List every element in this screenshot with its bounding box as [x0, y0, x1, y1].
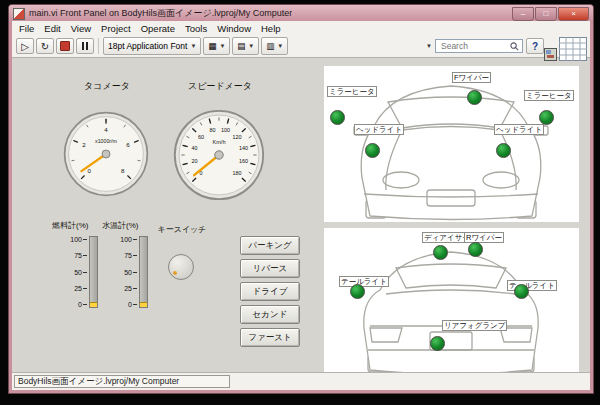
- run-button[interactable]: ▷: [16, 38, 34, 54]
- labview-front-panel-window: main.vi Front Panel on BodyHils画面イメージ.lv…: [8, 4, 594, 394]
- pause-icon: [82, 42, 88, 50]
- close-button[interactable]: ×: [558, 7, 589, 21]
- first-button[interactable]: ファースト: [240, 328, 300, 347]
- key-switch-label: キースイッチ: [152, 224, 212, 235]
- svg-text:20: 20: [191, 158, 197, 164]
- led-label: Rワイパー: [464, 232, 504, 243]
- svg-text:140: 140: [239, 145, 248, 151]
- led-label: ミラーヒータ: [524, 90, 574, 101]
- abort-icon: [60, 41, 70, 51]
- rear-wiper-led: [468, 242, 483, 257]
- toolbar-separator: [98, 38, 99, 54]
- chevron-down-icon: ▼: [277, 43, 283, 49]
- svg-text:40: 40: [191, 145, 197, 151]
- svg-text:100: 100: [221, 127, 230, 133]
- fuel-gauge-fill: [90, 302, 97, 307]
- fuel-gauge-slider[interactable]: 燃料計(%) 1007550250: [52, 220, 98, 308]
- svg-text:0: 0: [87, 167, 91, 174]
- toolbar: ▷ ↻ 18pt Application Font ▼ ▦ ▼ ▤ ▼ ▥ ▼: [12, 35, 590, 58]
- menu-help[interactable]: Help: [256, 23, 286, 34]
- pause-button[interactable]: [76, 38, 94, 54]
- abort-button[interactable]: [56, 38, 74, 54]
- chevron-down-icon: ▼: [219, 43, 225, 49]
- taillight-right-led: [514, 284, 529, 299]
- svg-text:120: 120: [232, 134, 241, 140]
- car-front-view-box: ミラーヒータ Fワイパー ミラーヒータ ヘッドライト ヘッドライト: [324, 66, 579, 222]
- led-label: テールライト: [339, 276, 389, 287]
- search-field[interactable]: [435, 39, 523, 53]
- fuel-gauge-track[interactable]: [89, 236, 98, 308]
- align-objects-icon: ▦: [208, 41, 216, 51]
- run-continuous-button[interactable]: ↻: [36, 38, 54, 54]
- search-input[interactable]: [439, 40, 510, 52]
- svg-text:180: 180: [232, 170, 241, 176]
- led-label: ヘッドライト: [354, 124, 404, 135]
- menu-edit[interactable]: Edit: [39, 23, 65, 34]
- headlight-left-led: [365, 143, 380, 158]
- distribute-objects-dropdown[interactable]: ▤ ▼: [232, 37, 259, 55]
- maximize-button[interactable]: □: [535, 7, 557, 21]
- menu-file[interactable]: File: [14, 23, 39, 34]
- vi-window-icon: [13, 8, 25, 20]
- resize-objects-icon: ▥: [266, 41, 274, 51]
- run-icon: ▷: [21, 41, 29, 52]
- chevron-down-icon: ▼: [248, 43, 254, 49]
- led-label: ヘッドライト: [494, 124, 544, 135]
- parking-button[interactable]: パーキング: [240, 236, 300, 255]
- fuel-gauge-scale: 1007550250: [52, 236, 87, 308]
- title-bar[interactable]: main.vi Front Panel on BodyHils画面イメージ.lv…: [9, 5, 593, 21]
- menu-project[interactable]: Project: [96, 23, 136, 34]
- second-button[interactable]: セカンド: [240, 305, 300, 324]
- front-wiper-led: [467, 90, 482, 105]
- menu-operate[interactable]: Operate: [136, 23, 180, 34]
- taillight-left-led: [350, 284, 365, 299]
- resize-objects-dropdown[interactable]: ▥ ▼: [261, 37, 288, 55]
- search-icon: [510, 42, 519, 51]
- window-title: main.vi Front Panel on BodyHils画面イメージ.lv…: [29, 7, 292, 20]
- led-label: リアフォグランプ: [442, 320, 507, 331]
- distribute-objects-icon: ▤: [237, 41, 245, 51]
- key-switch-knob[interactable]: [168, 254, 194, 280]
- deicer-led: [433, 245, 448, 260]
- font-selector-dropdown[interactable]: 18pt Application Font ▼: [103, 37, 201, 55]
- rear-fog-lamp-led: [430, 336, 445, 351]
- svg-text:60: 60: [198, 134, 204, 140]
- car-rear-outline: [324, 228, 579, 372]
- knob-indicator-dot: [173, 271, 177, 275]
- status-bar: BodyHils画面イメージ.lvproj/My Computer: [12, 372, 590, 390]
- led-label: ミラーヒータ: [327, 86, 377, 97]
- font-selector-label: 18pt Application Font: [108, 41, 187, 51]
- temp-gauge-track[interactable]: [139, 236, 148, 308]
- svg-text:8: 8: [121, 167, 125, 174]
- headlight-right-led: [496, 143, 511, 158]
- temp-gauge-slider[interactable]: 水温計(%) 1007550250: [102, 220, 148, 308]
- search-history-arrow[interactable]: ▼: [426, 43, 432, 49]
- mirror-heater-left-led: [330, 110, 345, 125]
- minimize-button[interactable]: –: [512, 7, 534, 21]
- speedometer-label: スピードメータ: [170, 80, 270, 93]
- svg-text:80: 80: [209, 127, 215, 133]
- chevron-down-icon: ▼: [190, 43, 196, 49]
- drive-button[interactable]: ドライブ: [240, 282, 300, 301]
- svg-text:2: 2: [82, 141, 86, 148]
- svg-text:160: 160: [239, 158, 248, 164]
- reverse-button[interactable]: リバース: [240, 259, 300, 278]
- tachometer-gauge: 02468x1000r/m: [62, 110, 150, 198]
- menu-view[interactable]: View: [66, 23, 96, 34]
- align-objects-dropdown[interactable]: ▦ ▼: [203, 37, 230, 55]
- car-rear-view-box: ディアイサー Rワイパー テールライト テールライト リアフォグランプ: [324, 228, 579, 372]
- menu-bar: File Edit View Project Operate Tools Win…: [12, 21, 590, 35]
- connector-pane-icon[interactable]: [559, 37, 587, 61]
- menu-tools[interactable]: Tools: [180, 23, 212, 34]
- run-continuous-icon: ↻: [41, 41, 49, 52]
- temp-gauge-scale: 1007550250: [102, 236, 137, 308]
- vi-icon[interactable]: [544, 48, 557, 61]
- svg-text:x1000r/m: x1000r/m: [95, 138, 118, 144]
- fuel-gauge-label: 燃料計(%): [52, 220, 98, 231]
- context-help-button[interactable]: ?: [526, 38, 544, 54]
- front-panel-canvas: タコメータ 02468x1000r/m スピードメータ 020406080100…: [12, 58, 590, 372]
- status-context-field[interactable]: BodyHils画面イメージ.lvproj/My Computer: [14, 375, 230, 388]
- temp-gauge-fill: [140, 302, 147, 307]
- menu-window[interactable]: Window: [212, 23, 256, 34]
- speedometer-gauge: 020406080100120140160180Km/h: [172, 108, 266, 202]
